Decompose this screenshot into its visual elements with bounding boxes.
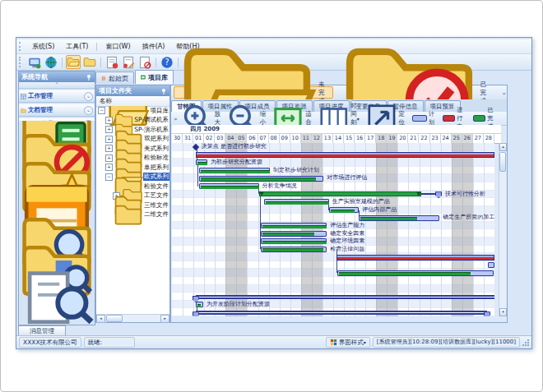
tab-项目库[interactable]: 项目库 [135, 70, 174, 84]
task-bar[interactable] [261, 247, 327, 252]
summary-bar-in-progress[interactable] [336, 255, 494, 261]
bar-label: 为开发阶段计划分配资源 [207, 301, 270, 309]
sidebar-collapse-strip[interactable]: ⌃ [19, 82, 95, 89]
scroll-left-arrow-icon[interactable]: ◂ [96, 315, 105, 323]
task-bar[interactable] [488, 262, 494, 268]
scroll-thumb[interactable] [106, 315, 123, 322]
toolbar-grip[interactable] [19, 57, 23, 67]
doc-group-icon [21, 108, 28, 113]
style-button[interactable]: 界面样式 ▾ [326, 337, 370, 348]
style-button-label: 界面样式 [339, 338, 364, 347]
expand-plus-icon[interactable]: + [105, 117, 113, 124]
collapse-minus-icon[interactable]: − [98, 107, 105, 114]
expand-plus-icon[interactable]: + [105, 145, 113, 152]
sidebar-group-label: 工作管理 [28, 92, 84, 100]
status-bar: XXXX技术有限公司就绪:界面样式 ▾[系统管理员][10:28:09][培训数… [16, 335, 531, 348]
bar-label: 确定环境因素 [330, 238, 364, 246]
pushpin-icon[interactable] [160, 88, 167, 95]
day-cell-02: 02 [204, 134, 215, 143]
tree-node-11[interactable]: 二维文件 [96, 210, 169, 220]
tree-node-label: 检验文件 [143, 182, 169, 191]
day-cell-15: 15 [344, 134, 355, 143]
resize-grip[interactable] [522, 339, 530, 347]
gantt-tool-label: 放大 [214, 110, 220, 127]
scroll-up-arrow-icon[interactable]: ▴ [499, 143, 507, 151]
scroll-right-arrow-icon[interactable]: ▸ [160, 315, 169, 323]
day-cell-12: 12 [312, 134, 323, 143]
task-bar[interactable] [261, 231, 327, 237]
expand-plus-icon[interactable]: + [105, 154, 113, 162]
scroll-down-arrow-icon[interactable]: ▾ [499, 308, 507, 316]
monitor-icon-button[interactable] [27, 55, 42, 69]
doc-new-icon-button[interactable] [104, 55, 119, 69]
doc-delete-icon [138, 56, 151, 69]
summary-bar-in-progress[interactable] [196, 152, 494, 158]
doc-edit-icon-button[interactable] [121, 55, 136, 69]
day-cell-27: 27 [473, 134, 484, 143]
task-progress [201, 186, 259, 189]
folder-closed-icon-button[interactable] [82, 55, 97, 69]
summary-start-cap [259, 191, 264, 196]
chevron-down-icon[interactable]: ⌄ [84, 92, 93, 101]
tab-message-management[interactable]: 消息管理 [18, 325, 66, 335]
menu-item-2[interactable]: 窗口(W) [100, 41, 136, 52]
tree-panel-title: 项目文件夹 [99, 86, 160, 95]
tree-horizontal-scrollbar[interactable]: ◂ ▸ [96, 314, 169, 322]
collapse-minus-icon[interactable]: − [105, 173, 113, 181]
globe-icon-button[interactable] [44, 55, 58, 69]
expand-plus-icon[interactable]: + [105, 164, 113, 171]
pushpin-icon[interactable] [86, 74, 92, 81]
help-icon: ? [160, 56, 174, 69]
doc-delete-icon-button[interactable] [137, 55, 152, 69]
bar-label: 分析竞争情况 [262, 182, 297, 191]
task-bar[interactable] [329, 207, 360, 213]
expand-plus-icon[interactable]: + [105, 126, 113, 133]
menu-grip[interactable] [19, 42, 23, 52]
sidebar-group-2[interactable]: 文档管理⌄ [19, 104, 95, 117]
task-progress [266, 201, 328, 205]
task-progress [201, 170, 270, 173]
summary-bar-completed[interactable] [259, 191, 421, 196]
sidebar-nav-panel: 系统导航 ⌃ 工作管理⌄文档管理⌄项目管理⌃ 项目库模板库项目监控工作日历项目查… [18, 71, 95, 325]
phase-summary-line[interactable] [196, 295, 494, 299]
task-bar[interactable] [359, 215, 439, 221]
task-bar[interactable] [199, 183, 259, 189]
task-bar[interactable] [199, 176, 324, 182]
menu-item-3[interactable]: 插件(A) [137, 41, 171, 52]
day-gridline [473, 143, 474, 316]
expand-plus-icon[interactable]: + [105, 136, 113, 143]
task-bar[interactable] [196, 302, 203, 307]
doc-search-icon [19, 268, 95, 325]
filter-button-未完成[interactable]: 未完成 [174, 86, 333, 99]
filter-button-已完成[interactable]: 已完成 [336, 86, 495, 99]
chevron-overflow-icon[interactable]: ⌄ [501, 89, 507, 96]
gantt-chart-area[interactable]: 决策点 是否进行初步研究为初步研究分配资源制定初步研究计划对市场进行评估分析竞争… [172, 143, 494, 316]
phase-summary-line[interactable] [196, 311, 487, 315]
sidebar-item-6[interactable]: 项目文档查找 [19, 288, 95, 316]
task-bar[interactable] [261, 238, 327, 244]
day-gridline [484, 143, 485, 316]
menu-item-1[interactable]: 工具(T) [60, 41, 94, 52]
chevron-down-icon[interactable]: ⌄ [84, 106, 93, 115]
task-progress [197, 304, 201, 307]
scroll-thumb[interactable] [499, 152, 506, 172]
task-progress [339, 272, 470, 275]
day-gridline [441, 143, 442, 316]
gantt-vertical-scrollbar[interactable]: ▴ ▾ [499, 143, 506, 316]
tab-起始页[interactable]: 起始页 [95, 71, 134, 84]
sidebar-group-1[interactable]: 工作管理⌄ [19, 90, 95, 103]
task-bar[interactable] [196, 159, 207, 165]
gantt-filter-bar: 未完成已完成⌄ [171, 85, 507, 100]
folder-open-icon-button[interactable] [66, 55, 81, 69]
task-bar[interactable] [261, 223, 327, 228]
bar-label: 检查法律问题 [330, 246, 364, 254]
doc-new-icon [105, 56, 118, 69]
toolbar-separator [62, 58, 63, 67]
more-chevron-icon[interactable]: » [174, 115, 178, 122]
task-bar[interactable] [337, 270, 493, 276]
task-bar[interactable] [264, 199, 328, 205]
task-bar[interactable] [199, 168, 270, 173]
menu-item-0[interactable]: 系统(S) [26, 41, 60, 52]
help-icon-button[interactable]: ? [160, 55, 174, 69]
gantt-toolbar: »放大缩小适合时间刻度 ▾定位计划进行中已完成 [171, 112, 507, 126]
